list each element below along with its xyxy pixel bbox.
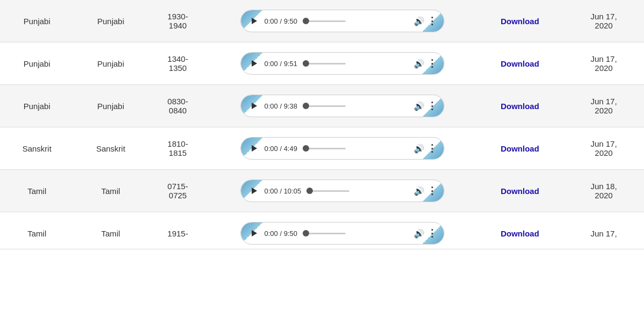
time-display: 0:00 / 9:50 [265,229,297,238]
audio-player: 0:00 / 9:38 🔊 ⋮ [240,95,444,117]
date-col: Jun 17,2020 [564,85,644,127]
progress-thumb [303,60,309,67]
player-col: 0:00 / 9:51 🔊 ⋮ [208,42,477,85]
progress-track [303,233,346,234]
progress-bar[interactable] [303,105,411,107]
time-display: 0:00 / 10:05 [265,187,302,195]
language-col: Tamil [0,170,74,212]
language-col: Punjabi [0,0,74,42]
player-col: 0:00 / 9:50 🔊 ⋮ [208,0,477,42]
player-col: 0:00 / 10:05 🔊 ⋮ [208,170,477,212]
date-col: Jun 17,2020 [564,127,644,170]
more-button[interactable]: ⋮ [426,142,438,155]
svg-marker-2 [252,103,257,109]
volume-button[interactable]: 🔊 [413,99,426,112]
table-row: Punjabi Punjabi 1340-1350 0:00 / 9:51 🔊 … [0,42,644,85]
progress-thumb [306,188,313,194]
audio-player: 0:00 / 9:50 🔊 ⋮ [240,222,444,245]
download-link[interactable]: Download [501,102,539,111]
progress-track [303,63,346,64]
progress-bar[interactable] [306,190,410,192]
language2-col: Punjabi [74,85,148,127]
table-row: Punjabi Punjabi 0830-0840 0:00 / 9:38 🔊 … [0,85,644,127]
progress-bar[interactable] [303,148,411,149]
progress-thumb [303,103,309,109]
time-range-col: 0715-0725 [148,170,208,212]
language2-col: Sanskrit [74,127,148,170]
date-col: Jun 17, [564,212,644,249]
date-col: Jun 17,2020 [564,0,644,42]
audio-player: 0:00 / 4:49 🔊 ⋮ [240,137,444,160]
language2-col: Punjabi [74,0,148,42]
audio-player: 0:00 / 9:50 🔊 ⋮ [240,10,444,32]
language2-col: Punjabi [74,42,148,85]
more-button[interactable]: ⋮ [426,99,438,112]
progress-thumb [303,18,309,24]
download-col: Download [477,42,564,85]
language-col: Sanskrit [0,127,74,170]
svg-marker-1 [252,60,257,67]
volume-button[interactable]: 🔊 [413,184,426,197]
play-button[interactable] [246,56,261,71]
more-button[interactable]: ⋮ [426,15,438,27]
language-col: Punjabi [0,42,74,85]
svg-marker-5 [252,230,257,236]
volume-button[interactable]: 🔊 [413,227,426,240]
player-col: 0:00 / 9:50 🔊 ⋮ [208,212,477,249]
audio-player: 0:00 / 10:05 🔊 ⋮ [240,180,444,202]
time-range-col: 1915- [148,212,208,249]
progress-track [306,190,349,192]
download-col: Download [477,127,564,170]
progress-track [303,148,346,149]
time-display: 0:00 / 9:51 [265,60,297,68]
player-col: 0:00 / 9:38 🔊 ⋮ [208,85,477,127]
progress-thumb [303,230,309,236]
table-row: Punjabi Punjabi 1930-1940 0:00 / 9:50 🔊 … [0,0,644,42]
svg-marker-4 [252,188,257,194]
play-button[interactable] [246,183,261,198]
play-button[interactable] [246,141,261,156]
more-button[interactable]: ⋮ [426,227,438,240]
language-col: Punjabi [0,85,74,127]
player-col: 0:00 / 4:49 🔊 ⋮ [208,127,477,170]
time-range-col: 1930-1940 [148,0,208,42]
more-button[interactable]: ⋮ [426,57,438,70]
volume-button[interactable]: 🔊 [413,15,426,27]
download-link[interactable]: Download [501,186,539,196]
download-link[interactable]: Download [501,17,539,26]
date-col: Jun 17,2020 [564,42,644,85]
time-display: 0:00 / 4:49 [265,145,297,153]
svg-marker-0 [252,18,257,24]
svg-marker-3 [252,145,257,152]
progress-bar[interactable] [303,233,411,234]
language2-col: Tamil [74,212,148,249]
download-col: Download [477,170,564,212]
play-button[interactable] [246,98,261,113]
language2-col: Tamil [74,170,148,212]
play-button[interactable] [246,13,261,28]
table-row: Tamil Tamil 1915- 0:00 / 9:50 🔊 ⋮ Downlo… [0,212,644,249]
download-link[interactable]: Download [501,229,539,238]
language-col: Tamil [0,212,74,249]
time-range-col: 1810-1815 [148,127,208,170]
volume-button[interactable]: 🔊 [413,142,426,155]
play-button[interactable] [246,226,261,241]
audio-player: 0:00 / 9:51 🔊 ⋮ [240,52,444,75]
time-display: 0:00 / 9:50 [265,17,297,25]
progress-track [303,105,346,107]
download-col: Download [477,212,564,249]
progress-thumb [303,145,309,152]
audio-table: Punjabi Punjabi 1930-1940 0:00 / 9:50 🔊 … [0,0,644,249]
time-display: 0:00 / 9:38 [265,102,297,110]
progress-bar[interactable] [303,63,411,64]
download-col: Download [477,0,564,42]
download-link[interactable]: Download [501,144,539,153]
date-col: Jun 18,2020 [564,170,644,212]
download-col: Download [477,85,564,127]
download-link[interactable]: Download [501,59,539,68]
volume-button[interactable]: 🔊 [413,57,426,70]
time-range-col: 1340-1350 [148,42,208,85]
progress-bar[interactable] [303,20,411,22]
table-row: Sanskrit Sanskrit 1810-1815 0:00 / 4:49 … [0,127,644,170]
more-button[interactable]: ⋮ [426,184,438,197]
